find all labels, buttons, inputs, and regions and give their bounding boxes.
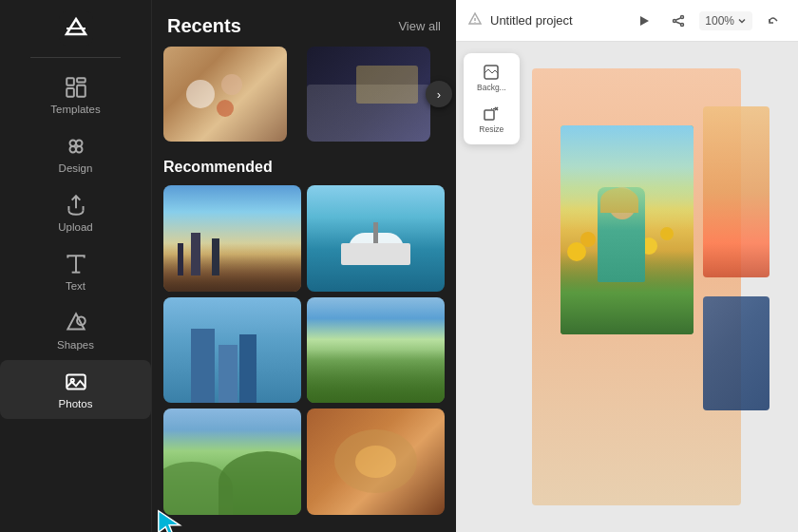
recommended-title: Recommended (163, 159, 445, 176)
canvas-side-photo-silhouette[interactable] (703, 296, 770, 410)
svg-point-9 (76, 146, 83, 153)
logo-icon (59, 11, 93, 46)
sunflower-scene (560, 125, 694, 334)
sidebar-item-design[interactable]: Design (0, 124, 151, 183)
resize-tool-label: Resize (479, 124, 504, 134)
design-label: Design (59, 162, 93, 174)
canvas-titlebar: Untitled project 100% (456, 0, 798, 42)
svg-line-19 (676, 18, 681, 20)
float-tools-panel: Backg... Resize (464, 53, 520, 144)
svg-rect-4 (77, 78, 86, 82)
recent-thumb-meeting[interactable] (307, 47, 430, 142)
shapes-icon (64, 311, 88, 335)
text-label: Text (66, 280, 86, 292)
upload-icon (64, 193, 88, 218)
templates-label: Templates (50, 104, 100, 115)
canvas-content[interactable] (532, 68, 741, 505)
view-all-link[interactable]: View all (398, 19, 441, 33)
recents-grid: › (163, 47, 445, 142)
sidebar: Templates Design Upload Text (0, 0, 152, 532)
canvas-main-photo[interactable] (560, 125, 694, 334)
recommended-grid (163, 185, 445, 515)
canvas-area: Untitled project 100% (456, 0, 798, 532)
templates-icon (64, 75, 88, 100)
resize-tool[interactable]: Resize (469, 101, 514, 139)
svg-rect-2 (66, 78, 74, 86)
recommended-thumb-sea[interactable] (307, 185, 445, 292)
svg-point-17 (674, 19, 676, 22)
svg-point-16 (681, 15, 684, 18)
svg-rect-3 (66, 88, 74, 97)
recommended-thumb-city1[interactable] (163, 185, 301, 292)
svg-point-7 (76, 141, 83, 147)
svg-line-20 (676, 22, 681, 24)
sidebar-item-text[interactable]: Text (0, 242, 151, 301)
panel-content: › Recommended (152, 47, 456, 532)
text-icon (64, 252, 88, 276)
share-button[interactable] (665, 8, 692, 34)
panel-title: Recents (167, 15, 241, 37)
recommended-thumb-city2[interactable] (163, 297, 301, 404)
upload-label: Upload (58, 221, 92, 233)
panel-header: Recents View all (152, 15, 456, 47)
shapes-label: Shapes (57, 339, 94, 351)
undo-button[interactable] (760, 8, 787, 34)
app-logo[interactable] (59, 11, 93, 46)
photos-panel: Recents View all › Recommended (152, 0, 456, 532)
recommended-thumb-hills[interactable] (163, 408, 301, 515)
canvas-body[interactable]: Backg... Resize (456, 42, 798, 532)
svg-point-18 (681, 23, 684, 26)
recent-thumb-food[interactable] (163, 47, 287, 142)
resize-icon (483, 105, 500, 123)
recommended-thumb-food2[interactable] (307, 408, 445, 515)
svg-rect-22 (484, 110, 494, 120)
zoom-control[interactable]: 100% (699, 11, 752, 30)
zoom-value: 100% (705, 14, 734, 28)
photos-label: Photos (59, 398, 93, 409)
sidebar-item-shapes[interactable]: Shapes (0, 301, 151, 360)
recommended-thumb-landscape[interactable] (307, 297, 445, 404)
next-arrow-button[interactable]: › (426, 81, 452, 107)
photos-icon (64, 370, 88, 394)
warning-icon (467, 11, 483, 30)
sidebar-divider (30, 57, 121, 58)
svg-marker-15 (640, 16, 649, 26)
play-button[interactable] (631, 8, 657, 34)
sidebar-item-templates[interactable]: Templates (0, 66, 151, 124)
chevron-down-icon (737, 16, 747, 26)
background-tool-label: Backg... (477, 83, 506, 92)
svg-rect-5 (77, 86, 86, 97)
canvas-toolbar-right: 100% (631, 8, 787, 34)
sidebar-item-photos[interactable]: Photos (0, 360, 151, 419)
design-icon (64, 134, 88, 159)
canvas-side-photo-sunset[interactable] (703, 106, 770, 277)
project-title[interactable]: Untitled project (490, 13, 623, 28)
svg-point-14 (474, 21, 475, 22)
background-tool[interactable]: Backg... (469, 59, 514, 97)
sidebar-item-upload[interactable]: Upload (0, 183, 151, 242)
background-icon (483, 64, 500, 81)
